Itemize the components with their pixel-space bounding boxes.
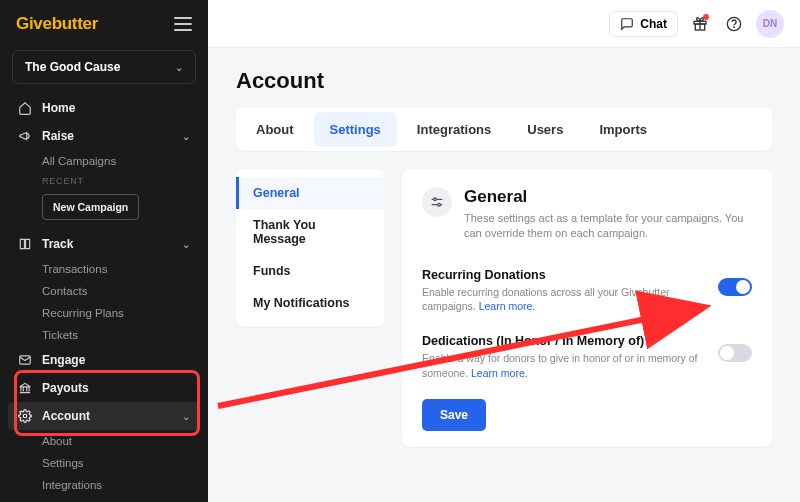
sidebar-item-label: Raise: [42, 129, 74, 143]
setting-title: Recurring Donations: [422, 268, 698, 282]
svg-point-5: [734, 27, 735, 28]
tab-about[interactable]: About: [240, 112, 310, 147]
sidebar-sub-tickets[interactable]: Tickets: [0, 324, 208, 346]
sidebar: Givebutter The Good Cause ⌄ Home Raise ⌄…: [0, 0, 208, 502]
sidebar-item-account[interactable]: Account ⌄: [8, 402, 200, 430]
tab-users[interactable]: Users: [511, 112, 579, 147]
account-selector[interactable]: The Good Cause ⌄: [12, 50, 196, 84]
tab-settings[interactable]: Settings: [314, 112, 397, 147]
svg-point-6: [434, 198, 437, 201]
learn-more-link[interactable]: Learn more.: [471, 367, 528, 379]
sidebar-item-label: Home: [42, 101, 75, 115]
main: Chat DN Account About Settings Integrati…: [208, 0, 800, 502]
brand-logo[interactable]: Givebutter: [16, 14, 98, 34]
learn-more-link[interactable]: Learn more.: [479, 300, 536, 312]
envelope-icon: [18, 353, 32, 367]
settings-subnav: General Thank You Message Funds My Notif…: [236, 169, 384, 327]
home-icon: [18, 101, 32, 115]
sidebar-sub-integrations[interactable]: Integrations: [0, 474, 208, 494]
chevron-down-icon: ⌄: [175, 62, 183, 73]
account-selector-name: The Good Cause: [25, 60, 120, 74]
subnav-notifications[interactable]: My Notifications: [236, 287, 384, 319]
svg-point-1: [23, 414, 27, 418]
setting-dedications: Dedications (In Honor / In Memory of) En…: [422, 324, 752, 390]
book-icon: [18, 237, 32, 251]
sidebar-label-recent: Recent: [0, 172, 208, 188]
sidebar-item-label: Engage: [42, 353, 85, 367]
topbar: Chat DN: [208, 0, 800, 48]
sliders-icon: [422, 187, 452, 217]
sidebar-item-raise[interactable]: Raise ⌄: [0, 122, 208, 150]
sidebar-item-track[interactable]: Track ⌄: [0, 230, 208, 258]
tab-integrations[interactable]: Integrations: [401, 112, 507, 147]
gear-icon: [18, 409, 32, 423]
setting-recurring: Recurring Donations Enable recurring don…: [422, 258, 752, 324]
chevron-down-icon: ⌄: [182, 239, 190, 250]
sidebar-item-payouts[interactable]: Payouts: [0, 374, 208, 402]
subnav-funds[interactable]: Funds: [236, 255, 384, 287]
sidebar-sub-about[interactable]: About: [0, 430, 208, 452]
save-button[interactable]: Save: [422, 399, 486, 431]
panel-desc: These settings act as a template for you…: [464, 211, 752, 242]
chat-label: Chat: [640, 17, 667, 31]
page-title: Account: [236, 68, 772, 94]
sidebar-item-label: Payouts: [42, 381, 89, 395]
settings-panel: General These settings act as a template…: [402, 169, 772, 447]
megaphone-icon: [18, 129, 32, 143]
setting-desc: Enable a way for donors to give in honor…: [422, 351, 698, 380]
sidebar-item-home[interactable]: Home: [0, 94, 208, 122]
setting-title: Dedications (In Honor / In Memory of): [422, 334, 698, 348]
setting-desc: Enable recurring donations across all yo…: [422, 285, 698, 314]
panel-title: General: [464, 187, 752, 207]
toggle-recurring[interactable]: [718, 278, 752, 296]
chat-icon: [620, 17, 634, 31]
subnav-thankyou[interactable]: Thank You Message: [236, 209, 384, 255]
sidebar-sub-contacts[interactable]: Contacts: [0, 280, 208, 302]
sidebar-sub-all-campaigns[interactable]: All Campaigns: [0, 150, 208, 172]
toggle-dedications[interactable]: [718, 344, 752, 362]
menu-toggle-icon[interactable]: [174, 17, 192, 31]
sidebar-item-label: Track: [42, 237, 73, 251]
gift-icon[interactable]: [688, 12, 712, 36]
subnav-general[interactable]: General: [236, 177, 384, 209]
sidebar-item-engage[interactable]: Engage: [0, 346, 208, 374]
avatar[interactable]: DN: [756, 10, 784, 38]
new-campaign-button[interactable]: New Campaign: [42, 194, 139, 220]
help-icon[interactable]: [722, 12, 746, 36]
sidebar-sub-transactions[interactable]: Transactions: [0, 258, 208, 280]
chat-button[interactable]: Chat: [609, 11, 678, 37]
sidebar-sub-settings[interactable]: Settings: [0, 452, 208, 474]
sidebar-item-label: Account: [42, 409, 90, 423]
tab-imports[interactable]: Imports: [583, 112, 663, 147]
tabs: About Settings Integrations Users Import…: [236, 108, 772, 151]
chevron-down-icon: ⌄: [182, 411, 190, 422]
svg-point-7: [438, 203, 441, 206]
chevron-down-icon: ⌄: [182, 131, 190, 142]
sidebar-sub-recurring[interactable]: Recurring Plans: [0, 302, 208, 324]
bank-icon: [18, 381, 32, 395]
